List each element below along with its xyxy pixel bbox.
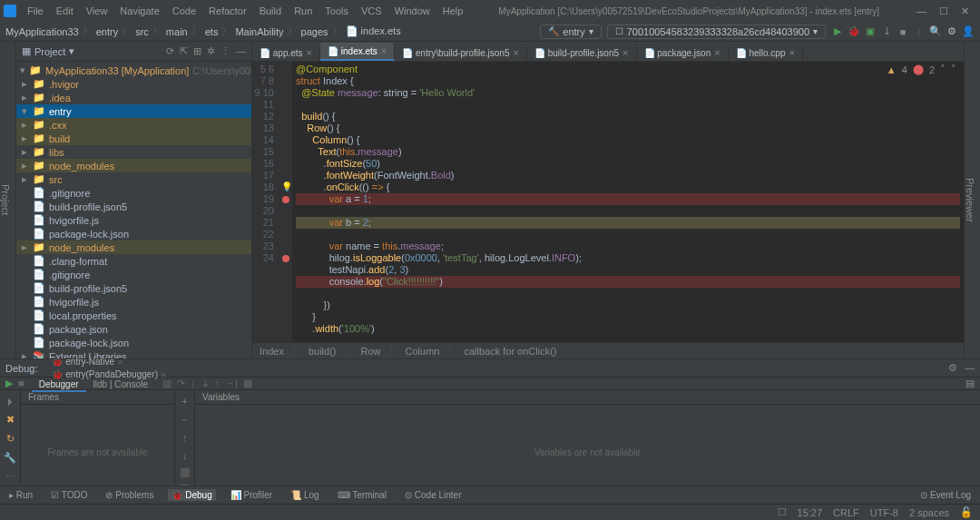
menu-help[interactable]: Help xyxy=(437,4,469,18)
add-watch-icon[interactable]: + xyxy=(181,396,187,407)
tree-item[interactable]: 📄local.properties xyxy=(16,309,251,322)
tab-close-icon[interactable]: × xyxy=(622,47,628,58)
tree-item[interactable]: 📄hvigorfile.js xyxy=(16,213,251,227)
breadcrumb-item[interactable]: entry xyxy=(96,26,118,37)
sidebar-tool-icon[interactable]: ✲ xyxy=(207,45,215,57)
debug-icon[interactable]: 🐞 xyxy=(848,25,860,37)
tree-item[interactable]: ▸📁node_modules xyxy=(16,240,251,254)
tab-close-icon[interactable]: × xyxy=(307,47,312,58)
debug-rerun-icon[interactable]: ▶ xyxy=(5,378,13,389)
menu-run[interactable]: Run xyxy=(289,4,318,18)
attach-icon[interactable]: ⤓ xyxy=(880,25,893,37)
breakpoint-icon[interactable] xyxy=(282,196,289,203)
debug-layout-icon[interactable]: ▤ xyxy=(965,378,975,389)
menu-window[interactable]: Window xyxy=(389,4,436,18)
maximize-icon[interactable]: ☐ xyxy=(939,5,948,17)
menu-tools[interactable]: Tools xyxy=(319,4,354,18)
sidebar-tool-icon[interactable]: ⊞ xyxy=(193,45,201,57)
run-to-cursor-icon[interactable]: →| xyxy=(225,378,238,389)
tree-item[interactable]: 📄.gitignore xyxy=(16,186,251,200)
debug-session-tab[interactable]: 🐞 entry-Native × xyxy=(46,356,172,368)
menu-navigate[interactable]: Navigate xyxy=(114,4,164,18)
tree-item[interactable]: 📄.gitignore xyxy=(16,268,251,281)
search-icon[interactable]: 🔍 xyxy=(929,25,942,37)
left-tool-strip[interactable]: ProjectStructureFavorites xyxy=(0,42,16,358)
stop-icon[interactable]: ■ xyxy=(897,26,909,37)
bottom-tool-log[interactable]: 📜 Log xyxy=(287,489,322,501)
reload-icon[interactable]: ↻ xyxy=(6,433,15,445)
chevron-up-icon[interactable]: ˄ xyxy=(940,64,946,75)
bottom-tool-terminal[interactable]: ⌨ Terminal xyxy=(334,489,390,501)
evaluate-icon[interactable]: ▦ xyxy=(243,378,252,389)
intention-bulb-icon[interactable]: 💡 xyxy=(281,182,292,191)
sidebar-tool-icon[interactable]: ⋮ xyxy=(220,45,230,57)
tree-item[interactable]: ▸📁.hvigor xyxy=(16,77,251,91)
menu-vcs[interactable]: VCS xyxy=(356,4,387,18)
right-tool-strip[interactable]: PreviewerInfoCenter xyxy=(964,42,980,358)
menu-file[interactable]: File xyxy=(22,4,49,18)
run-icon[interactable]: ▶ xyxy=(831,25,844,37)
debug-minimize-icon[interactable]: — xyxy=(965,362,975,374)
right-gutter-tab[interactable]: Previewer xyxy=(965,178,975,222)
inspection-summary[interactable]: ▲4 ⬤2 ˄˅ xyxy=(887,64,956,75)
code-content[interactable]: @Component struct Index { @State message… xyxy=(292,62,964,342)
wrench-icon[interactable]: 🔧 xyxy=(4,452,16,464)
tree-item[interactable]: 📄build-profile.json5 xyxy=(16,200,251,213)
tab-close-icon[interactable]: × xyxy=(714,47,720,58)
code-crumb-item[interactable]: Column xyxy=(406,346,440,357)
code-area[interactable]: 5 6 7 8 9 10 11 12 13 14 15 16 17 18 19 … xyxy=(252,62,964,342)
avatar-icon[interactable]: 👤 xyxy=(962,25,975,37)
editor-tab[interactable]: 📄 build-profile.json5 × xyxy=(527,44,637,61)
breadcrumb-item[interactable]: MainAbility xyxy=(235,26,283,37)
editor-tab[interactable]: 📄 entry\build-profile.json5 × xyxy=(395,44,527,61)
bottom-tool-todo[interactable]: ☑ TODO xyxy=(47,489,91,501)
sidebar-title[interactable]: ▦ Project ▾ xyxy=(22,45,74,57)
remove-watch-icon[interactable]: − xyxy=(181,414,187,425)
breakpoint-icon[interactable] xyxy=(282,255,289,262)
step-over-icon[interactable]: ↷ xyxy=(177,378,185,389)
readonly-icon[interactable]: 🔓 xyxy=(960,506,973,518)
run-config-dropdown[interactable]: 🔨 entry ▾ xyxy=(540,25,601,39)
minimize-icon[interactable]: — xyxy=(916,5,926,17)
event-log-button[interactable]: ⊙ Event Log xyxy=(916,489,975,501)
bottom-tool-debug[interactable]: 🐞 Debug xyxy=(168,489,215,501)
breadcrumb-item[interactable]: ets xyxy=(205,26,219,37)
step-into-smart-icon[interactable]: ⇣ xyxy=(201,378,210,389)
project-tree[interactable]: ▾📁MyApplication33 [MyApplication] C:\Use… xyxy=(16,62,251,358)
tree-item[interactable]: ▸📁src xyxy=(16,172,251,186)
tree-item[interactable]: ▾📁MyApplication33 [MyApplication] C:\Use… xyxy=(16,64,251,77)
bottom-tool-problems[interactable]: ⊘ Problems xyxy=(102,489,157,501)
status-eol[interactable]: CRLF xyxy=(833,507,859,518)
tab-close-icon[interactable]: × xyxy=(381,45,387,56)
editor-tab[interactable]: 📄 package.json × xyxy=(637,44,729,61)
chevron-down-icon[interactable]: ˅ xyxy=(951,64,956,75)
watch-down-icon[interactable]: ↓ xyxy=(182,450,188,461)
bottom-tool-profiler[interactable]: 📊 Profiler xyxy=(227,489,276,501)
tree-item[interactable]: ▸📁node_modules xyxy=(16,159,251,172)
tree-item[interactable]: ▾📁entry xyxy=(16,104,251,118)
editor-tab[interactable]: 📄 hello.cpp × xyxy=(729,44,803,61)
breadcrumb-item[interactable]: MyApplication33 xyxy=(5,26,79,37)
copy-icon[interactable] xyxy=(181,468,190,477)
tab-close-icon[interactable]: × xyxy=(789,47,794,58)
tab-close-icon[interactable]: × xyxy=(513,47,518,58)
menu-edit[interactable]: Edit xyxy=(51,4,79,18)
menu-view[interactable]: View xyxy=(81,4,113,18)
debug-stop-icon[interactable]: ■ xyxy=(18,378,24,389)
sidebar-tool-icon[interactable]: — xyxy=(236,45,246,57)
square-icon[interactable]: ☐ xyxy=(778,506,787,518)
breadcrumb[interactable]: MyApplication33〉entry〉src〉main〉ets〉MainA… xyxy=(5,25,401,38)
tree-item[interactable]: 📄package-lock.json xyxy=(16,336,251,349)
debug-sub-tab[interactable]: lldb | Console xyxy=(86,378,155,390)
code-breadcrumb[interactable]: Index〉build()〉Row〉Column〉callback for on… xyxy=(252,342,964,358)
tree-item[interactable]: 📄hvigorfile.js xyxy=(16,295,251,309)
tree-item[interactable]: 📄package.json xyxy=(16,322,251,336)
left-gutter-tab[interactable]: Project xyxy=(0,184,11,215)
watch-up-icon[interactable]: ↑ xyxy=(182,432,188,443)
tree-item[interactable]: ▸📁libs xyxy=(16,145,251,159)
editor-tab[interactable]: 📄 app.ets × xyxy=(252,44,320,61)
code-crumb-item[interactable]: callback for onClick() xyxy=(464,346,556,357)
code-crumb-item[interactable]: Index xyxy=(260,346,284,357)
code-crumb-item[interactable]: Row xyxy=(361,346,381,357)
tree-item[interactable]: 📄build-profile.json5 xyxy=(16,281,251,295)
